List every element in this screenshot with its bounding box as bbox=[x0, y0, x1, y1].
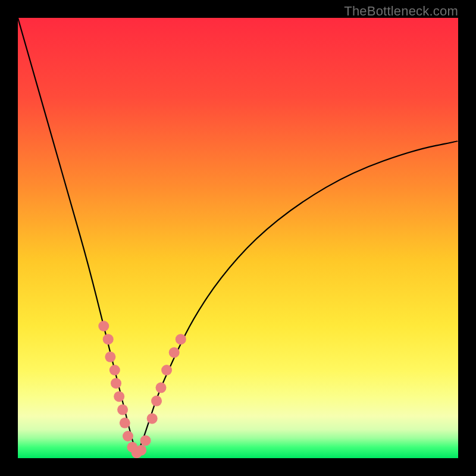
marker-dot bbox=[147, 413, 158, 424]
marker-dot bbox=[169, 347, 180, 358]
marker-dot bbox=[156, 383, 167, 393]
marker-dot bbox=[120, 418, 130, 428]
marker-dot bbox=[117, 405, 128, 415]
marker-dot bbox=[151, 396, 162, 406]
marker-dot bbox=[109, 365, 120, 375]
marker-dot bbox=[111, 378, 121, 389]
marker-dot bbox=[161, 365, 172, 375]
marker-dot bbox=[114, 391, 124, 402]
gradient-background bbox=[18, 18, 458, 458]
marker-dot bbox=[136, 445, 146, 456]
marker-dot bbox=[140, 435, 151, 446]
marker-dot bbox=[123, 431, 133, 441]
marker-dot bbox=[103, 334, 114, 345]
marker-dot bbox=[98, 321, 109, 331]
marker-dot bbox=[176, 334, 186, 345]
watermark-text: TheBottleneck.com bbox=[344, 4, 458, 19]
chart-frame: TheBottleneck.com bbox=[0, 0, 476, 476]
plot-area bbox=[18, 18, 458, 458]
plot-svg bbox=[18, 18, 458, 458]
marker-dot bbox=[105, 352, 115, 362]
